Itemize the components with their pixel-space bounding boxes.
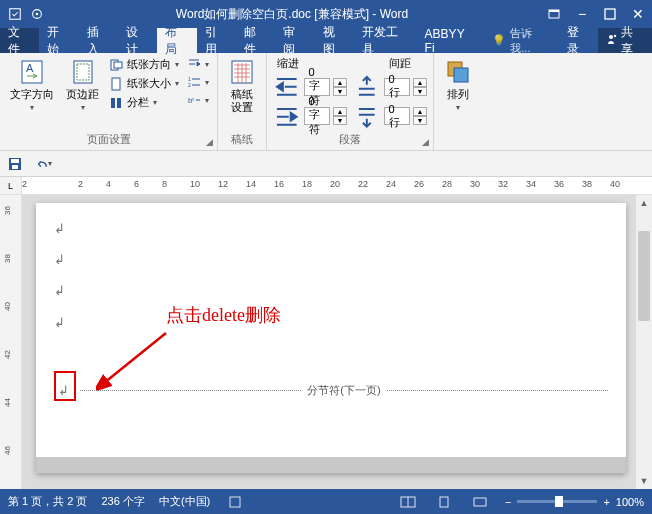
- login-button[interactable]: 登录: [559, 28, 598, 53]
- svg-rect-22: [454, 68, 468, 82]
- document-page[interactable]: ↲ ↲ ↲ ↲ 点击delete删除 分节符(下一页) ↲: [36, 203, 626, 473]
- scrollbar-thumb[interactable]: [638, 231, 650, 321]
- zoom-slider[interactable]: [517, 500, 597, 503]
- dialog-launcher-icon[interactable]: ◢: [206, 137, 213, 147]
- indent-header: 缩进: [277, 56, 299, 71]
- space-after-icon: [353, 103, 381, 131]
- orientation-button[interactable]: 纸张方向▾: [107, 56, 181, 73]
- scroll-up-icon[interactable]: ▲: [636, 195, 652, 211]
- tab-mailings[interactable]: 邮件: [236, 28, 275, 53]
- ruler-tick: 4: [106, 179, 111, 189]
- document-area: 363840424446 ↲ ↲ ↲ ↲ 点击delete删除 分节符(下一页)…: [0, 195, 652, 489]
- indent-right-field[interactable]: 0 字符 ▲▼: [273, 103, 347, 131]
- ruler-tick: 34: [526, 179, 536, 189]
- svg-rect-15: [111, 98, 115, 108]
- breaks-button[interactable]: ▾: [185, 56, 211, 72]
- interact-icon[interactable]: [8, 7, 22, 21]
- step-up-icon[interactable]: ▲: [413, 78, 427, 87]
- indent-right-value[interactable]: 0 字符: [304, 107, 330, 125]
- spacing-header: 间距: [389, 56, 411, 71]
- tab-layout[interactable]: 布局: [157, 28, 196, 53]
- ruler-tick: 26: [414, 179, 424, 189]
- ruler-tick: 20: [330, 179, 340, 189]
- maximize-button[interactable]: [596, 0, 624, 28]
- tab-devtools[interactable]: 开发工具: [354, 28, 417, 53]
- ruler-tick: 36: [554, 179, 564, 189]
- indent-right-icon: [273, 103, 301, 131]
- status-bar: 第 1 页，共 2 页 236 个字 中文(中国) − + 100%: [0, 489, 652, 514]
- horizontal-ruler[interactable]: L 2246810121416182022242628303234363840: [0, 177, 652, 195]
- page-viewport[interactable]: ↲ ↲ ↲ ↲ 点击delete删除 分节符(下一页) ↲: [22, 195, 636, 489]
- space-before-value[interactable]: 0 行: [384, 78, 410, 96]
- ruler-tick: 2: [22, 179, 27, 189]
- line-numbers-button[interactable]: 12▾: [185, 74, 211, 90]
- tell-me-label: 告诉我...: [510, 26, 550, 56]
- zoom-in-icon[interactable]: +: [603, 496, 609, 508]
- step-down-icon[interactable]: ▼: [413, 87, 427, 96]
- hyphenation-button[interactable]: bᶜ▾: [185, 92, 211, 108]
- vertical-scrollbar[interactable]: ▲ ▼: [636, 195, 652, 489]
- ruler-tick: 8: [162, 179, 167, 189]
- columns-label: 分栏: [127, 95, 149, 110]
- manuscript-setup-button[interactable]: 稿纸 设置: [224, 56, 260, 116]
- arrange-label: 排列: [447, 88, 469, 101]
- ribbon-options-icon[interactable]: [540, 0, 568, 28]
- step-down-icon[interactable]: ▼: [413, 116, 427, 125]
- svg-text:bᶜ: bᶜ: [188, 96, 195, 105]
- step-down-icon[interactable]: ▼: [333, 87, 347, 96]
- dialog-launcher-icon[interactable]: ◢: [422, 137, 429, 147]
- ruler-tick: 18: [302, 179, 312, 189]
- columns-button[interactable]: 分栏▾: [107, 94, 181, 111]
- group-paragraph: 缩进 间距 0 字符 ▲▼ 0 字符 ▲▼: [267, 53, 434, 150]
- zoom-value[interactable]: 100%: [616, 496, 644, 508]
- tab-references[interactable]: 引用: [197, 28, 236, 53]
- paper-size-label: 纸张大小: [127, 76, 171, 91]
- zoom-control[interactable]: − + 100%: [505, 496, 644, 508]
- status-language[interactable]: 中文(中国): [159, 494, 210, 509]
- tell-me-box[interactable]: 💡 告诉我...: [484, 28, 558, 53]
- web-layout-icon[interactable]: [469, 493, 491, 511]
- tab-review[interactable]: 审阅: [275, 28, 314, 53]
- vertical-ruler[interactable]: 363840424446: [0, 195, 22, 489]
- undo-button[interactable]: ▾: [34, 155, 52, 173]
- indent-left-value[interactable]: 0 字符: [304, 78, 330, 96]
- ribbon: A 文字方向 ▾ 页边距 ▾ 纸张方向▾ 纸张大小▾: [0, 53, 652, 151]
- space-before-field[interactable]: 0 行 ▲▼: [353, 73, 427, 101]
- zoom-out-icon[interactable]: −: [505, 496, 511, 508]
- tab-file[interactable]: 文件: [0, 28, 39, 53]
- bulb-icon: 💡: [492, 34, 506, 47]
- paper-size-button[interactable]: 纸张大小▾: [107, 75, 181, 92]
- svg-point-6: [609, 35, 613, 39]
- step-up-icon[interactable]: ▲: [333, 107, 347, 116]
- macros-status-icon[interactable]: [224, 493, 246, 511]
- share-button[interactable]: 共享: [598, 28, 652, 53]
- space-after-field[interactable]: 0 行 ▲▼: [353, 103, 427, 131]
- arrange-button[interactable]: 排列 ▾: [440, 56, 476, 114]
- paragraph-mark: ↲: [54, 213, 608, 244]
- text-direction-button[interactable]: A 文字方向 ▾: [6, 56, 58, 114]
- section-break[interactable]: 分节符(下一页): [80, 383, 608, 397]
- tab-abbyy[interactable]: ABBYY Fi: [417, 28, 485, 53]
- scroll-down-icon[interactable]: ▼: [636, 473, 652, 489]
- vruler-tick: 38: [3, 254, 12, 263]
- manuscript-group-label: 稿纸: [224, 130, 260, 147]
- group-arrange: 排列 ▾: [434, 53, 482, 150]
- ruler-tick: 2: [78, 179, 83, 189]
- tab-insert[interactable]: 插入: [79, 28, 118, 53]
- step-up-icon[interactable]: ▲: [413, 107, 427, 116]
- read-mode-icon[interactable]: [397, 493, 419, 511]
- touch-mode-icon[interactable]: [30, 7, 44, 21]
- margins-button[interactable]: 页边距 ▾: [62, 56, 103, 114]
- tab-view[interactable]: 视图: [315, 28, 354, 53]
- step-down-icon[interactable]: ▼: [333, 116, 347, 125]
- vruler-tick: 40: [3, 302, 12, 311]
- status-page[interactable]: 第 1 页，共 2 页: [8, 494, 87, 509]
- tab-design[interactable]: 设计: [118, 28, 157, 53]
- step-up-icon[interactable]: ▲: [333, 78, 347, 87]
- space-after-value[interactable]: 0 行: [384, 107, 410, 125]
- status-word-count[interactable]: 236 个字: [101, 494, 144, 509]
- tab-home[interactable]: 开始: [39, 28, 78, 53]
- save-button[interactable]: [6, 155, 24, 173]
- section-break-label: 分节符(下一页): [301, 383, 386, 398]
- print-layout-icon[interactable]: [433, 493, 455, 511]
